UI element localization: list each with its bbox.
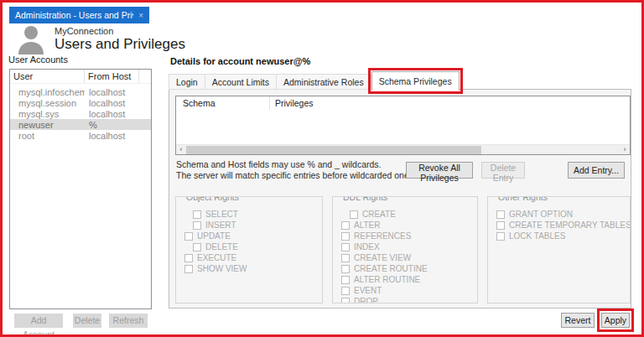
checkbox-row-drop[interactable]: DROP	[341, 296, 477, 303]
checkbox-row-index[interactable]: INDEX	[341, 241, 477, 252]
checkbox-row-alter[interactable]: ALTER	[341, 220, 477, 231]
schema-privileges-panel: Schema Privileges ‹ › Schema and Host fi…	[169, 89, 631, 308]
user-list-header: User From Host	[10, 70, 151, 84]
tab-account-limits[interactable]: Account Limits	[205, 74, 277, 90]
revert-button[interactable]: Revert	[561, 313, 595, 328]
checkbox-row-delete[interactable]: DELETE	[184, 241, 322, 252]
checkbox-label: CREATE TEMPORARY TABLES	[509, 220, 631, 230]
checkbox-row-insert[interactable]: INSERT	[184, 220, 322, 231]
checkbox-label: LOCK TABLES	[509, 231, 565, 241]
checkbox-row-update[interactable]: UPDATE	[184, 231, 322, 241]
checkbox-row-create-temporary-tables[interactable]: CREATE TEMPORARY TABLES	[496, 220, 630, 231]
host-cell: localhost	[85, 87, 125, 97]
checkbox-icon[interactable]	[341, 254, 350, 262]
window-tab-title: Administration - Users and Privil...	[15, 10, 133, 20]
checkbox-label: EXECUTE	[197, 253, 236, 262]
checkbox-row-event[interactable]: EVENT	[341, 285, 477, 296]
checkbox-label: ALTER ROUTINE	[354, 275, 420, 284]
checkbox-row-show-view[interactable]: SHOW VIEW	[184, 263, 322, 274]
tab-administration-users-privileges[interactable]: Administration - Users and Privil... ×	[9, 7, 149, 23]
user-list-rows: mysql.infoschemalocalhostmysql.sessionlo…	[10, 84, 151, 141]
checkbox-icon[interactable]	[184, 254, 193, 262]
checkbox-row-grant-option[interactable]: GRANT OPTION	[496, 209, 630, 220]
host-cell: localhost	[85, 98, 125, 108]
checkbox-icon[interactable]	[496, 221, 505, 230]
delete-account-button[interactable]: Delete	[73, 314, 101, 328]
scrollbar-thumb[interactable]	[186, 146, 481, 154]
checkbox-row-references[interactable]: REFERENCES	[341, 231, 477, 241]
checkbox-label: SHOW VIEW	[197, 264, 247, 273]
column-header-privileges[interactable]: Privileges	[270, 98, 630, 108]
details-tab-strip: Login Account Limits Administrative Role…	[169, 70, 460, 90]
checkbox-row-create[interactable]: CREATE	[341, 209, 477, 220]
user-row-mysql.session[interactable]: mysql.sessionlocalhost	[10, 97, 151, 108]
checkbox-icon[interactable]	[193, 243, 201, 251]
user-cell: mysql.session	[10, 98, 85, 108]
checkbox-row-lock-tables[interactable]: LOCK TABLES	[496, 231, 630, 241]
schema-privileges-table[interactable]: Schema Privileges ‹ ›	[175, 96, 631, 155]
scroll-right-icon[interactable]: ›	[620, 145, 630, 155]
checkbox-icon[interactable]	[184, 232, 193, 241]
horizontal-scrollbar[interactable]: ‹ ›	[176, 144, 630, 154]
scrollbar-track[interactable]	[186, 145, 620, 155]
wildcard-note: Schema and Host fields may use % and _ w…	[176, 159, 416, 180]
checkbox-icon[interactable]	[350, 210, 358, 219]
checkbox-label: INSERT	[205, 220, 236, 230]
user-row-mysql.infoschema[interactable]: mysql.infoschemalocalhost	[10, 86, 151, 97]
checkbox-row-select[interactable]: SELECT	[184, 209, 322, 220]
checkbox-icon[interactable]	[496, 210, 505, 219]
revoke-all-privileges-button[interactable]: Revoke All Privileges	[406, 162, 473, 179]
checkbox-row-alter-routine[interactable]: ALTER ROUTINE	[341, 274, 477, 285]
checkbox-icon[interactable]	[341, 265, 350, 273]
checkbox-icon[interactable]	[341, 243, 350, 251]
checkbox-icon[interactable]	[193, 221, 201, 230]
column-header-schema[interactable]: Schema	[176, 96, 270, 110]
checkbox-icon[interactable]	[341, 287, 350, 295]
column-header-from-host[interactable]: From Host	[85, 70, 139, 83]
ddl-rights-group: DDL Rights CREATEALTERREFERENCESINDEXCRE…	[332, 196, 478, 303]
user-row-newuser[interactable]: newuser%	[10, 119, 151, 130]
checkbox-label: DROP	[354, 297, 378, 303]
schema-table-header: Schema Privileges	[176, 96, 630, 110]
checkbox-icon[interactable]	[184, 265, 193, 273]
connection-name: MyConnection	[55, 26, 113, 36]
tab-administrative-roles[interactable]: Administrative Roles	[277, 74, 371, 90]
user-row-mysql.sys[interactable]: mysql.syslocalhost	[10, 108, 151, 119]
delete-entry-button[interactable]: Delete Entry	[481, 162, 525, 179]
checkbox-row-execute[interactable]: EXECUTE	[184, 252, 322, 263]
checkbox-label: REFERENCES	[354, 231, 411, 241]
checkbox-label: DELETE	[205, 242, 238, 251]
add-account-button[interactable]: Add Account	[14, 314, 63, 328]
apply-button[interactable]: Apply	[601, 313, 630, 328]
checkbox-icon[interactable]	[341, 298, 350, 304]
schema-table-body[interactable]	[176, 110, 630, 144]
object-rights-title: Object Rights	[183, 196, 242, 202]
checkbox-row-create-routine[interactable]: CREATE ROUTINE	[341, 263, 477, 274]
user-accounts-list[interactable]: User From Host mysql.infoschemalocalhost…	[9, 69, 152, 309]
user-cell: mysql.sys	[10, 109, 85, 119]
scroll-left-icon[interactable]: ‹	[176, 145, 186, 155]
checkbox-icon[interactable]	[341, 221, 350, 230]
user-row-root[interactable]: rootlocalhost	[10, 130, 151, 141]
wildcard-note-line1: Schema and Host fields may use % and _ w…	[176, 159, 416, 170]
object-rights-group: Object Rights SELECTINSERTUPDATEDELETEEX…	[175, 196, 323, 303]
column-header-user[interactable]: User	[10, 70, 85, 83]
checkbox-icon[interactable]	[341, 276, 350, 284]
checkbox-label: ALTER	[354, 220, 381, 230]
checkbox-icon[interactable]	[496, 232, 505, 241]
tab-schema-privileges[interactable]: Schema Privileges	[371, 71, 460, 91]
checkbox-row-create-view[interactable]: CREATE VIEW	[341, 252, 477, 263]
checkbox-icon[interactable]	[193, 210, 201, 219]
other-rights-group: Other Rights GRANT OPTIONCREATE TEMPORAR…	[487, 196, 631, 303]
close-icon[interactable]: ×	[138, 11, 143, 20]
refresh-button[interactable]: Refresh	[109, 314, 148, 328]
add-entry-button[interactable]: Add Entry...	[568, 162, 625, 179]
checkbox-label: INDEX	[354, 242, 380, 251]
user-accounts-label: User Accounts	[8, 54, 68, 65]
checkbox-icon[interactable]	[341, 232, 350, 241]
object-rights-items: SELECTINSERTUPDATEDELETEEXECUTESHOW VIEW	[176, 197, 322, 274]
host-cell: %	[85, 120, 97, 130]
details-title: Details for account newuser@%	[170, 56, 310, 66]
other-rights-items: GRANT OPTIONCREATE TEMPORARY TABLESLOCK …	[488, 197, 630, 241]
tab-login[interactable]: Login	[169, 74, 205, 90]
